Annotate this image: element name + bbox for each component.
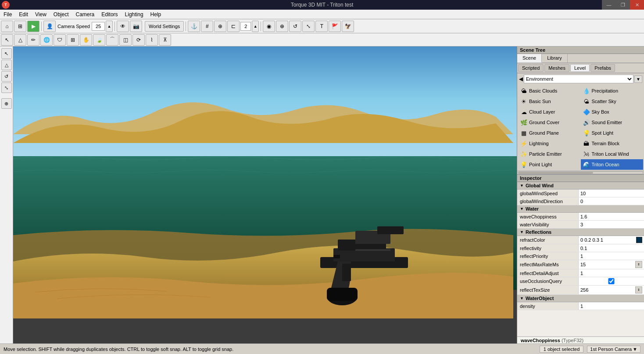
scene-hscrollbar[interactable] [517, 171, 644, 174]
grid-item-sky-box[interactable]: 🔷 Sky Box [581, 107, 644, 117]
toolbar-sphere-btn[interactable]: ◉ [263, 21, 275, 32]
reflect-max-rate-spinner[interactable]: ⇕ [635, 261, 642, 268]
toolbar-avatar-btn[interactable]: 👤 [43, 21, 56, 32]
input-reflectivity[interactable] [580, 246, 642, 251]
menu-edit[interactable]: Edit [15, 10, 32, 19]
snap-up-btn[interactable]: ▲ [252, 21, 259, 32]
camera-speed-input[interactable] [92, 22, 105, 31]
menu-lighting[interactable]: Lighting [122, 10, 147, 19]
lt-move-btn[interactable]: △ [1, 60, 12, 70]
tb2-path-btn[interactable]: ⟳ [132, 34, 145, 46]
grid-item-sound-emitter[interactable]: 🔊 Sound Emitter [581, 117, 644, 128]
menu-view[interactable]: View [32, 10, 50, 19]
toolbar-grid-btn[interactable]: ⊞ [14, 21, 26, 32]
grid-item-ground-plane[interactable]: ▦ Ground Plane [518, 128, 581, 138]
val-refract-color[interactable] [579, 236, 644, 244]
menu-camera[interactable]: Camera [72, 10, 98, 19]
camera-mode-badge[interactable]: 1st Person Camera ▼ [587, 346, 640, 353]
toolbar-snap-btn[interactable]: ⊏ [227, 21, 240, 32]
menu-file[interactable]: File [0, 10, 15, 19]
refract-color-swatch[interactable] [636, 237, 642, 243]
tb2-pencil-btn[interactable]: ✏ [27, 34, 39, 46]
tb2-select-btn[interactable]: ◫ [119, 34, 132, 46]
input-reflect-tex-size[interactable] [580, 287, 635, 293]
menu-editors[interactable]: Editors [98, 10, 121, 19]
toolbar-grid2-btn[interactable]: # [201, 21, 213, 32]
input-reflect-max-rate[interactable] [580, 262, 635, 267]
lib-tab-level[interactable]: Level [570, 64, 590, 72]
reflect-tex-size-spinner[interactable]: ⇕ [635, 286, 642, 293]
grid-item-precipitation[interactable]: 💧 Precipitation [581, 86, 644, 96]
lt-obj-btn[interactable]: ⊕ [1, 98, 12, 109]
toolbar-water-btn[interactable]: 🚩 [329, 21, 341, 32]
lib-tab-prefabs[interactable]: Prefabs [590, 64, 615, 72]
val-use-occlusion-query[interactable] [579, 277, 644, 285]
inspector-section-water-object[interactable]: ▼ WaterObject [517, 295, 644, 302]
toolbar-text-btn[interactable]: T [315, 21, 328, 32]
env-dropdown-arrow[interactable]: ▼ [634, 75, 642, 83]
close-button[interactable]: ✕ [630, 0, 644, 10]
lt-rotate-btn[interactable]: ↺ [1, 71, 12, 82]
env-back-btn[interactable]: ◀ [519, 76, 523, 82]
grid-item-triton-local-wind[interactable]: 🌬 Triton Local Wind [581, 149, 644, 159]
tb2-arch-btn[interactable]: ⌒ [106, 34, 118, 46]
val-reflect-max-rate[interactable]: ⇕ [579, 260, 644, 269]
val-density[interactable] [579, 302, 644, 310]
input-global-wind-speed[interactable] [580, 191, 642, 196]
toolbar-flag-btn[interactable]: 🦅 [342, 21, 354, 32]
snap-value-input[interactable] [240, 22, 251, 31]
grid-item-particle-emitter[interactable]: ✨ Particle Emitter [518, 149, 581, 159]
grid-item-spot-light[interactable]: 💡 Spot Light [581, 128, 644, 138]
grid-item-terrain-block[interactable]: 🏔 Terrain Block [581, 138, 644, 149]
tb2-globe-btn[interactable]: 🌐 [40, 34, 53, 46]
toolbar-play-btn[interactable]: ▶ [27, 21, 39, 32]
val-reflectivity[interactable] [579, 244, 644, 252]
tb2-triangle-btn[interactable]: △ [14, 34, 26, 46]
tab-library[interactable]: Library [542, 54, 568, 63]
input-density[interactable] [580, 304, 642, 309]
toolbar-scale-btn[interactable]: ⤡ [302, 21, 315, 32]
input-reflect-detail-adjust[interactable] [580, 271, 642, 276]
lib-tab-scripted[interactable]: Scripted [518, 64, 544, 72]
grid-item-point-light[interactable]: 💡 Point Light [518, 159, 581, 170]
lt-scale-btn[interactable]: ⤡ [1, 82, 12, 93]
lt-select-btn[interactable]: ↖ [1, 48, 12, 59]
minimize-button[interactable]: — [602, 0, 616, 10]
val-water-visibility[interactable] [579, 221, 644, 228]
toolbar-rot-btn[interactable]: ↺ [289, 21, 301, 32]
tab-scene[interactable]: Scene [517, 54, 542, 63]
toolbar-obj-btn[interactable]: ⊕ [214, 21, 226, 32]
toolbar-anchor-btn[interactable]: ⚓ [188, 21, 200, 32]
tb2-grid3-btn[interactable]: ⊞ [67, 34, 79, 46]
inspector-section-global-wind[interactable]: ▼ Global Wind [517, 182, 644, 190]
val-reflect-detail-adjust[interactable] [579, 269, 644, 277]
val-global-wind-dir[interactable] [579, 197, 644, 205]
camera-speed-up[interactable]: ▲ [106, 21, 113, 32]
grid-item-cloud-layer[interactable]: ☁ Cloud Layer [518, 107, 581, 117]
world-settings-button[interactable]: World Settings [145, 21, 184, 32]
grid-item-basic-sun[interactable]: ☀ Basic Sun [518, 96, 581, 107]
inspector-section-reflections[interactable]: ▼ Reflections [517, 229, 644, 236]
tb2-hand-btn[interactable]: ✋ [80, 34, 92, 46]
grid-item-basic-clouds[interactable]: 🌥 Basic Clouds [518, 86, 581, 96]
toolbar-move-btn[interactable]: ⊕ [276, 21, 288, 32]
menu-help[interactable]: Help [147, 10, 165, 19]
input-wave-choppiness[interactable] [580, 214, 642, 219]
input-global-wind-dir[interactable] [580, 199, 642, 204]
menu-object[interactable]: Object [50, 10, 72, 19]
tb2-leaf-btn[interactable]: 🍃 [93, 34, 105, 46]
inspector-section-water[interactable]: ▼ Water [517, 205, 644, 213]
viewport[interactable] [13, 46, 517, 343]
input-water-visibility[interactable] [580, 222, 642, 227]
tb2-arrow-btn[interactable]: ↖ [1, 34, 13, 46]
grid-item-lightning[interactable]: ⚡ Lightning [518, 138, 581, 149]
grid-item-scatter-sky[interactable]: 🌤 Scatter Sky [581, 96, 644, 107]
tb2-flatten-btn[interactable]: ⌇ [146, 34, 158, 46]
val-reflect-tex-size[interactable]: ⇕ [579, 286, 644, 294]
tb2-noise-btn[interactable]: ⊼ [159, 34, 171, 46]
restore-button[interactable]: ❐ [616, 0, 630, 10]
toolbar-home-btn[interactable]: ⌂ [1, 21, 13, 32]
checkbox-use-occlusion-query[interactable] [580, 278, 642, 284]
hscroll-thumb[interactable] [519, 172, 593, 174]
env-select[interactable]: Environment [524, 75, 633, 83]
